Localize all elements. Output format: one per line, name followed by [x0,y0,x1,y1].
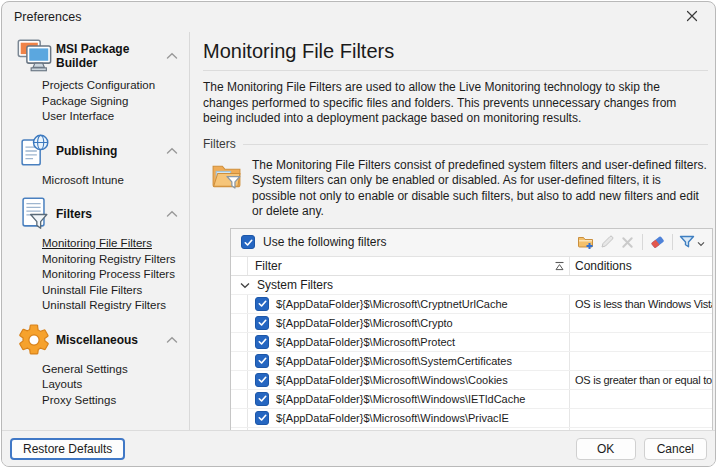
table-row[interactable]: ${AppDataFolder}$\Microsoft\Windows\IETl… [231,390,712,409]
row-indent-cell [231,314,248,332]
sidebar-section-label: MSI Package Builder [56,42,165,70]
filter-path: ${AppDataFolder}$\Microsoft\Windows\Priv… [276,412,509,424]
sidebar-section-items: General SettingsLayoutsProxy Settings [2,360,189,415]
ok-button[interactable]: OK [576,438,636,460]
sidebar-item-monitoring-file-filters[interactable]: Monitoring File Filters [42,236,189,252]
filters-info: The Monitoring File Filters consist of p… [210,158,708,220]
use-filters-checkbox[interactable]: Use the following filters [241,235,575,249]
row-indent-cell [231,409,248,427]
row-checkbox[interactable] [255,411,269,425]
row-indent-cell [231,390,248,408]
sidebar-item-microsoft-intune[interactable]: Microsoft Intune [42,173,189,189]
edit-filter-icon [599,234,615,250]
add-filter-button[interactable] [575,232,596,253]
sidebar-section-label: Publishing [56,144,165,158]
filter-options-button[interactable] [677,232,707,253]
gear-icon [14,321,54,359]
filter-conditions [570,352,712,370]
table-row[interactable]: ${AppDataFolder}$\Microsoft\CryptnetUrlC… [231,295,712,314]
row-indent-cell [231,295,248,313]
table-row[interactable]: ${AppDataFolder}$\Microsoft\Windows\Priv… [231,409,712,428]
filters-group-label: Filters [203,137,708,151]
sidebar-item-monitoring-process-filters[interactable]: Monitoring Process Filters [42,267,189,283]
row-checkbox[interactable] [255,316,269,330]
chevron-down-icon [240,278,250,292]
filter-path: ${AppDataFolder}$\Microsoft\SystemCertif… [276,355,512,367]
publishing-icon [14,132,54,170]
filter-path: ${AppDataFolder}$\Microsoft\Windows\IETl… [276,393,525,405]
header-conditions-column[interactable]: Conditions [570,257,712,275]
table-row[interactable]: ${AppDataFolder}$\Microsoft\SystemCertif… [231,352,712,371]
filter-conditions: OS is less than Windows Vista [570,295,712,313]
close-button[interactable] [677,6,707,29]
row-indent-cell [231,352,248,370]
sidebar-section-items: Microsoft Intune [2,171,189,195]
chevron-up-icon [165,147,179,155]
delete-filter-icon [621,236,634,249]
sidebar-item-package-signing[interactable]: Package Signing [42,94,189,110]
dialog-title: Preferences [14,10,81,24]
table-row[interactable]: ${AppDataFolder}$\Microsoft\Crypto [231,314,712,333]
folder-filter-icon [210,159,243,192]
header-filter-column[interactable]: Filter [248,257,570,275]
row-checkbox[interactable] [255,297,269,311]
add-filter-icon [577,234,594,250]
dialog-footer: Restore Defaults OK Cancel [2,430,715,466]
table-header: Filter Conditions [231,257,712,276]
sidebar-section-label: Miscellaneous [56,333,165,347]
cancel-button[interactable]: Cancel [644,438,707,460]
filters-toolbar: Use the following filters [231,229,712,257]
filter-options-icon [679,235,705,250]
sidebar-section-items: Projects ConfigurationPackage SigningUse… [2,76,189,131]
filters-panel: Use the following filters Filter Conditi… [230,228,713,431]
title-divider [203,70,708,71]
sidebar-item-projects-configuration[interactable]: Projects Configuration [42,78,189,94]
row-indent-cell [231,333,248,351]
restore-defaults-footer-button[interactable]: Restore Defaults [10,438,125,460]
checkbox-checked-icon [241,235,255,249]
filter-conditions [570,390,712,408]
chevron-down-icon [697,235,705,250]
msi-package-builder-icon [14,37,54,75]
table-row[interactable]: ${AppDataFolder}$\Microsoft\Protect [231,333,712,352]
filters-info-text: The Monitoring File Filters consist of p… [252,158,708,220]
filter-path: ${AppDataFolder}$\Microsoft\Crypto [276,317,453,329]
sidebar-item-monitoring-registry-filters[interactable]: Monitoring Registry Filters [42,252,189,268]
sidebar-item-layouts[interactable]: Layouts [42,377,189,393]
sidebar: MSI Package BuilderProjects Configuratio… [2,32,190,430]
title-bar: Preferences [2,2,715,32]
sidebar-section-miscellaneous[interactable]: Miscellaneous [2,320,189,360]
filter-conditions [570,409,712,427]
row-checkbox[interactable] [255,392,269,406]
sidebar-section-msi-package-builder[interactable]: MSI Package Builder [2,36,189,76]
sidebar-section-publishing[interactable]: Publishing [2,131,189,171]
edit-filter-button[interactable] [596,232,617,253]
chevron-up-icon [165,336,179,344]
sidebar-item-proxy-settings[interactable]: Proxy Settings [42,393,189,409]
sort-ascending-icon [554,261,565,271]
page-title: Monitoring File Filters [203,40,708,63]
delete-filter-button[interactable] [617,232,638,253]
row-checkbox[interactable] [255,335,269,349]
sidebar-section-label: Filters [56,207,165,221]
sidebar-item-user-interface[interactable]: User Interface [42,109,189,125]
sidebar-item-general-settings[interactable]: General Settings [42,362,189,378]
table-row[interactable]: ${AppDataFolder}$\Microsoft\Windows\Cook… [231,371,712,390]
filter-conditions [570,314,712,332]
chevron-up-icon [165,52,179,60]
sidebar-section-items: Monitoring File FiltersMonitoring Regist… [2,234,189,320]
main-panel: Monitoring File Filters The Monitoring F… [190,32,715,430]
page-description: The Monitoring File Filters are used to … [203,80,708,127]
toolbar-separator [642,234,643,250]
sidebar-section-filters[interactable]: Filters [2,194,189,234]
filter-path: ${AppDataFolder}$\Microsoft\Protect [276,336,455,348]
chevron-up-icon [165,210,179,218]
sidebar-item-uninstall-file-filters[interactable]: Uninstall File Filters [42,283,189,299]
sidebar-item-uninstall-registry-filters[interactable]: Uninstall Registry Filters [42,298,189,314]
group-row-system-filters[interactable]: System Filters [231,276,712,295]
row-checkbox[interactable] [255,373,269,387]
row-checkbox[interactable] [255,354,269,368]
close-icon [686,10,698,25]
toolbar-separator [672,234,673,250]
erase-filters-button[interactable] [647,232,668,253]
